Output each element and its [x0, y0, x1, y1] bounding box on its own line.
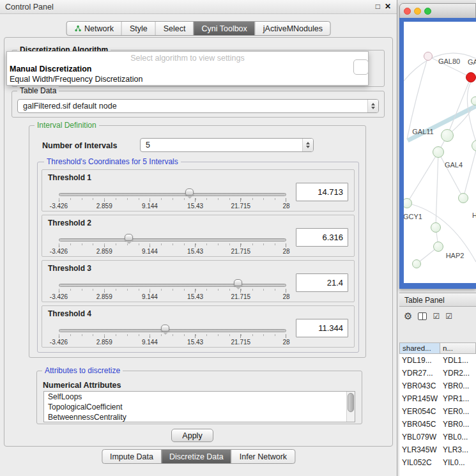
- table-rows: YDL19...YDL1...YDR27...YDR2...YBR043CYBR…: [399, 354, 476, 476]
- slider-thumb[interactable]: [161, 325, 169, 332]
- attribute-item[interactable]: BetweennessCentrality: [44, 412, 355, 422]
- network-node[interactable]: [466, 72, 476, 82]
- selected-table: galFiltered.sif default node: [18, 102, 367, 111]
- column-header-name[interactable]: n...: [440, 342, 476, 354]
- slider-thumb[interactable]: [125, 234, 133, 241]
- table-panel-titlebar[interactable]: Table Panel: [399, 293, 476, 307]
- number-of-intervals-select[interactable]: 5: [140, 138, 314, 152]
- slider-track[interactable]: [59, 193, 286, 196]
- table-row[interactable]: YER054CYER0...: [399, 405, 476, 418]
- tab-select[interactable]: Select: [155, 22, 194, 35]
- table-row[interactable]: YBR043CYBR0...: [399, 380, 476, 392]
- tab-jactivemodules[interactable]: jActiveMNodules: [255, 22, 330, 35]
- threshold-value-field[interactable]: [296, 183, 348, 201]
- network-node[interactable]: [433, 146, 444, 158]
- network-view-frame: GAL80GAGAL11GAL4GCY1HHAP2: [399, 18, 476, 289]
- shared-name-cell[interactable]: YPR145W: [399, 394, 440, 403]
- bottom-tabstrip: Impute Data Discretize Data Infer Networ…: [102, 449, 295, 464]
- name-cell[interactable]: YDR2...: [440, 369, 472, 378]
- network-icon: [74, 25, 81, 32]
- shared-name-cell[interactable]: YIL052C: [399, 458, 440, 467]
- network-node-label: GAL4: [445, 161, 463, 169]
- threshold-4-slider[interactable]: -3.4262.8599.14415.4321.71528: [59, 324, 286, 347]
- name-cell[interactable]: YBL0...: [440, 433, 470, 441]
- tab-cyni-toolbox[interactable]: Cyni Toolbox: [193, 22, 254, 35]
- algorithm-option-equal-width[interactable]: Equal Width/Frequency Discretization: [10, 75, 142, 84]
- slider-thumb[interactable]: [234, 279, 242, 286]
- slider-scale-label: 2.859: [96, 293, 112, 300]
- shared-name-cell[interactable]: YDR27...: [399, 369, 440, 378]
- shared-name-cell[interactable]: YDL19...: [399, 356, 440, 365]
- threshold-3-slider[interactable]: -3.4262.8599.14415.4321.71528: [59, 279, 286, 302]
- shared-name-cell[interactable]: YER054C: [399, 407, 440, 416]
- table-row[interactable]: YDR27...YDR2...: [399, 367, 476, 380]
- slider-thumb[interactable]: [185, 188, 194, 196]
- slider-track[interactable]: [59, 238, 286, 242]
- network-edge: [438, 152, 463, 198]
- network-window-titlebar[interactable]: [399, 3, 476, 18]
- interval-definition-group: Interval Definition Number of Intervals …: [29, 125, 366, 358]
- network-node[interactable]: [433, 242, 443, 252]
- column-header-shared-name[interactable]: shared...: [399, 342, 440, 354]
- minimize-traffic-light-icon[interactable]: [414, 8, 421, 15]
- network-node[interactable]: [412, 259, 421, 268]
- network-node[interactable]: [441, 129, 454, 142]
- tab-network[interactable]: Network: [66, 22, 121, 35]
- settings-gear-icon[interactable]: ⚙: [404, 311, 412, 322]
- slider-scale-label: 15.43: [187, 293, 203, 300]
- threshold-3-panel: Threshold 3 -3.4262.8599.14415.4321.7152…: [42, 260, 355, 302]
- threshold-value-field[interactable]: [296, 273, 348, 292]
- name-cell[interactable]: YLR3...: [440, 445, 471, 454]
- select-column-checkbox-icon[interactable]: ☑: [445, 312, 452, 321]
- shared-name-cell[interactable]: YLR345W: [399, 445, 440, 454]
- network-node[interactable]: [471, 96, 476, 105]
- close-traffic-light-icon[interactable]: [404, 8, 411, 15]
- table-row[interactable]: YBL079WYBL0...: [399, 431, 476, 443]
- slider-scale-label: 9.144: [142, 293, 158, 300]
- name-cell[interactable]: YPR1...: [440, 394, 472, 403]
- float-window-icon[interactable]: □: [376, 2, 380, 11]
- table-row[interactable]: YDL19...YDL1...: [399, 354, 476, 367]
- numerical-attributes-list[interactable]: SelfLoopsTopologicalCoefficientBetweenne…: [43, 391, 355, 422]
- name-cell[interactable]: YBR0...: [440, 381, 472, 390]
- name-cell[interactable]: YDL1...: [440, 356, 471, 365]
- tab-discretize-data[interactable]: Discretize Data: [161, 450, 231, 463]
- scrollbar-thumb[interactable]: [348, 393, 354, 412]
- slider-scale-label: 15.43: [187, 203, 203, 210]
- threshold-2-slider[interactable]: -3.4262.8599.14415.4321.71528: [59, 233, 286, 256]
- threshold-value-field[interactable]: [296, 319, 348, 337]
- threshold-value-field[interactable]: [296, 228, 348, 247]
- network-node[interactable]: [424, 52, 433, 61]
- tab-label: Infer Network: [240, 452, 287, 461]
- network-canvas[interactable]: GAL80GAGAL11GAL4GCY1HHAP2: [404, 22, 476, 283]
- name-cell[interactable]: YIL0...: [440, 458, 468, 467]
- tab-style[interactable]: Style: [121, 22, 155, 35]
- tab-infer-network[interactable]: Infer Network: [231, 450, 295, 463]
- algorithm-option-manual[interactable]: Manual Discretization: [10, 65, 92, 73]
- close-window-icon[interactable]: ✕: [385, 2, 391, 11]
- shared-name-cell[interactable]: YBR043C: [399, 381, 440, 390]
- network-node[interactable]: [458, 193, 468, 203]
- slider-scale-label: 28: [282, 339, 289, 346]
- tab-impute-data[interactable]: Impute Data: [102, 450, 161, 463]
- table-data-select[interactable]: galFiltered.sif default node: [17, 99, 379, 113]
- table-row[interactable]: YPR145WYPR1...: [399, 392, 476, 405]
- threshold-1-slider[interactable]: -3.4262.8599.14415.4321.71528: [59, 188, 286, 211]
- column-selector-icon[interactable]: [418, 312, 427, 320]
- table-row[interactable]: YIL052CYIL0...: [399, 456, 476, 469]
- apply-button[interactable]: Apply: [171, 429, 213, 442]
- attribute-item[interactable]: TopologicalCoefficient: [44, 402, 355, 412]
- table-row[interactable]: YLR345WYLR3...: [399, 443, 476, 456]
- network-node[interactable]: [431, 222, 441, 233]
- shared-name-cell[interactable]: YBR045C: [399, 420, 440, 429]
- slider-track[interactable]: [59, 284, 286, 287]
- table-row[interactable]: YBR045CYBR0...: [399, 418, 476, 431]
- select-all-checkbox-icon[interactable]: ☑: [433, 312, 440, 321]
- list-scrollbar[interactable]: [346, 392, 355, 422]
- name-cell[interactable]: YBR0...: [440, 420, 472, 429]
- attribute-item[interactable]: SelfLoops: [44, 392, 355, 402]
- shared-name-cell[interactable]: YBL079W: [399, 433, 440, 441]
- zoom-traffic-light-icon[interactable]: [424, 8, 431, 15]
- name-cell[interactable]: YER0...: [440, 407, 472, 416]
- slider-track[interactable]: [59, 329, 286, 332]
